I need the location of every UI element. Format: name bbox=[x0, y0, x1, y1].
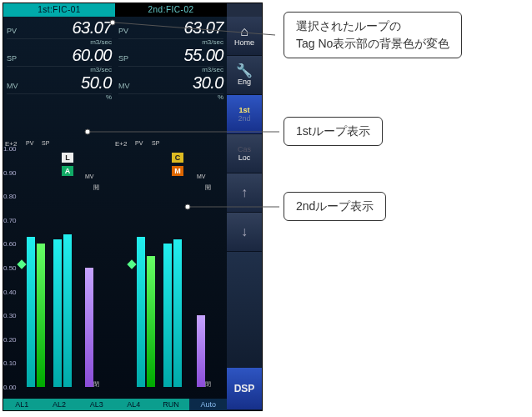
y-scale: 1.00 0.90 0.80 0.70 0.60 0.50 0.40 0.30 … bbox=[3, 148, 22, 387]
loop2-sp-bar bbox=[147, 148, 155, 387]
al1-bar bbox=[53, 148, 62, 387]
loop1-mv: 50.0 bbox=[81, 73, 112, 93]
loop1-mv-bar bbox=[85, 148, 93, 387]
svg-point-4 bbox=[185, 204, 190, 209]
arrow-down-icon: ↓ bbox=[241, 225, 248, 239]
al3-bar bbox=[163, 148, 172, 387]
mode-indicator: Auto bbox=[189, 399, 227, 410]
callout-1st-loop: 1stループ表示 bbox=[83, 117, 383, 146]
svg-point-2 bbox=[85, 129, 90, 134]
bargraph-area: 1.00 0.90 0.80 0.70 0.60 0.50 0.40 0.30 … bbox=[3, 148, 227, 399]
footer-strip: AL1 AL2 AL3 AL4 RUN Auto bbox=[3, 399, 227, 410]
tag-1st[interactable]: 1st:FIC-01 bbox=[3, 3, 115, 17]
al2[interactable]: AL2 bbox=[41, 399, 78, 410]
al3[interactable]: AL3 bbox=[78, 399, 115, 410]
al1[interactable]: AL1 bbox=[3, 399, 41, 410]
callout-tag-bg: 選択されたループのTag No表示部の背景色が変色 bbox=[108, 12, 462, 58]
loop1-pv: 63.07 bbox=[72, 18, 112, 38]
loop2-pv-bar bbox=[137, 148, 145, 387]
wrench-icon: 🔧 bbox=[236, 64, 253, 78]
loop2-mv-bar bbox=[197, 148, 205, 387]
al2-bar bbox=[63, 148, 72, 387]
loop2-mv: 30.0 bbox=[193, 73, 223, 93]
run-indicator: RUN bbox=[153, 399, 190, 410]
loop1-readout: PV63.07 m3/sec SP60.00 m3/sec MV50.0 % bbox=[3, 17, 115, 101]
loop1-sp: 60.00 bbox=[72, 46, 112, 65]
callout-2nd-loop: 2ndループ表示 bbox=[183, 192, 386, 221]
svg-point-0 bbox=[110, 20, 115, 25]
al4-bar bbox=[173, 148, 182, 387]
al4[interactable]: AL4 bbox=[115, 399, 153, 410]
dsp-button[interactable]: DSP bbox=[227, 368, 262, 410]
loop1-pv-bar bbox=[27, 148, 35, 387]
svg-line-1 bbox=[115, 23, 275, 35]
loop1-sp-bar bbox=[37, 148, 45, 387]
eng-button[interactable]: 🔧 Eng bbox=[227, 56, 262, 95]
